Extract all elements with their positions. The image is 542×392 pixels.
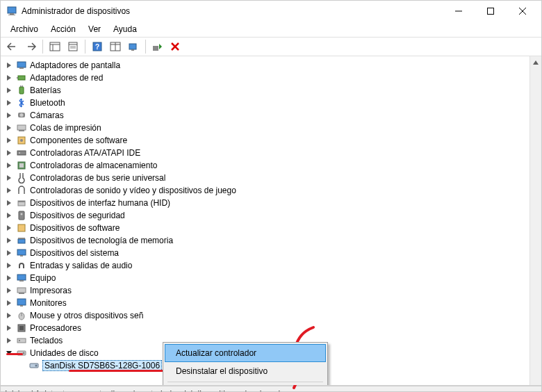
- close-button[interactable]: [507, 1, 539, 22]
- chevron-right-icon[interactable]: [5, 274, 13, 282]
- chevron-right-icon[interactable]: [5, 74, 13, 82]
- tree-category-label: Mouse y otros dispositivos señ: [30, 311, 143, 320]
- tree-category-label: Adaptadores de red: [30, 73, 103, 83]
- chevron-right-icon[interactable]: [5, 324, 13, 332]
- ctx-update-driver[interactable]: Actualizar controlador: [165, 344, 326, 362]
- tree-category[interactable]: Dispositivos de seguridad: [16, 209, 541, 222]
- chevron-right-icon[interactable]: [5, 99, 13, 107]
- maximize-button[interactable]: [475, 1, 507, 22]
- svg-rect-63: [19, 326, 24, 330]
- properties-button[interactable]: [65, 39, 81, 54]
- minimize-button[interactable]: [443, 1, 475, 22]
- chevron-right-icon[interactable]: [5, 161, 13, 170]
- chevron-right-icon[interactable]: [5, 249, 13, 257]
- show-hide-console-button[interactable]: [47, 39, 63, 54]
- tree-category[interactable]: Dispositivos de interfaz humana (HID): [16, 197, 541, 209]
- svg-rect-37: [17, 151, 26, 155]
- svg-rect-57: [19, 293, 24, 294]
- tree-category[interactable]: Colas de impresión: [16, 122, 541, 134]
- menubar: Archivo Acción Ver Ayuda: [1, 22, 541, 37]
- chevron-right-icon[interactable]: [5, 236, 13, 245]
- chevron-right-icon[interactable]: [5, 336, 13, 345]
- scan-hardware-button[interactable]: [126, 39, 141, 54]
- chevron-right-icon[interactable]: [5, 111, 13, 120]
- tree-category[interactable]: Dispositivos del sistema: [16, 247, 541, 259]
- svg-rect-21: [153, 46, 158, 51]
- chevron-right-icon[interactable]: [5, 211, 13, 220]
- tree-category-label: Teclados: [30, 336, 63, 345]
- details-button[interactable]: [108, 39, 123, 54]
- tree-category[interactable]: Dispositivos de software: [16, 222, 541, 234]
- chevron-right-icon[interactable]: [5, 61, 13, 70]
- tree-category[interactable]: Dispositivos de tecnología de memoria: [16, 234, 541, 247]
- tree-category[interactable]: Cámaras: [16, 109, 541, 122]
- tree-category-label: Procesadores: [30, 323, 81, 333]
- help-button[interactable]: ?: [90, 39, 105, 54]
- tree-category-label: Dispositivos de seguridad: [30, 211, 125, 220]
- tree-category[interactable]: Monitores: [16, 297, 541, 309]
- ctx-uninstall-device[interactable]: Desinstalar el dispositivo: [165, 362, 326, 380]
- chevron-right-icon[interactable]: [5, 311, 13, 320]
- svg-rect-42: [22, 173, 24, 175]
- svg-rect-26: [18, 76, 25, 80]
- category-icon: [16, 197, 27, 209]
- chevron-right-icon[interactable]: [5, 136, 13, 145]
- svg-rect-49: [18, 224, 25, 231]
- chevron-right-icon[interactable]: [5, 174, 13, 182]
- tree-category[interactable]: Controladoras de sonido y vídeo y dispos…: [16, 184, 541, 197]
- tree-category[interactable]: Adaptadores de pantalla: [16, 59, 541, 72]
- chevron-right-icon[interactable]: [5, 299, 13, 307]
- tree-category-label: Controladoras de sonido y vídeo y dispos…: [30, 186, 236, 195]
- svg-rect-27: [17, 77, 18, 79]
- chevron-right-icon[interactable]: [5, 186, 13, 195]
- back-button[interactable]: [5, 39, 20, 54]
- chevron-right-icon[interactable]: [5, 86, 13, 95]
- category-icon: [16, 185, 27, 196]
- chevron-right-icon[interactable]: [5, 261, 13, 270]
- tree-category[interactable]: Entradas y salidas de audio: [16, 259, 541, 272]
- ctx-separator: [167, 382, 323, 382]
- chevron-right-icon[interactable]: [5, 286, 13, 295]
- forward-button[interactable]: [23, 39, 38, 54]
- svg-point-36: [20, 139, 23, 142]
- svg-rect-46: [18, 201, 25, 202]
- category-icon: [16, 135, 27, 146]
- tree-category[interactable]: Impresoras: [16, 284, 541, 297]
- scroll-up-icon[interactable]: [530, 56, 541, 68]
- chevron-right-icon[interactable]: [5, 124, 13, 132]
- chevron-right-icon[interactable]: [5, 199, 13, 207]
- window-controls: [443, 1, 539, 22]
- menu-file[interactable]: Archivo: [5, 23, 44, 35]
- svg-rect-56: [17, 288, 26, 293]
- tree-category[interactable]: Bluetooth: [16, 97, 541, 109]
- statusbar: Inicia el Asistente para actualizar el c…: [1, 386, 541, 392]
- category-icon: [16, 322, 27, 334]
- toolbar: ?: [1, 37, 541, 56]
- vertical-scrollbar[interactable]: [529, 56, 541, 385]
- update-driver-button[interactable]: [150, 39, 165, 54]
- tree-category[interactable]: Adaptadores de red: [16, 72, 541, 84]
- category-icon: [16, 97, 27, 108]
- menu-help[interactable]: Ayuda: [108, 23, 142, 35]
- svg-rect-47: [19, 211, 24, 220]
- menu-view[interactable]: Ver: [83, 23, 106, 35]
- tree-category[interactable]: Componentes de software: [16, 134, 541, 147]
- tree-category-label: Entradas y salidas de audio: [30, 261, 132, 270]
- tree-category[interactable]: Controladoras ATA/ATAPI IDE: [16, 147, 541, 159]
- tree-category[interactable]: Equipo: [16, 272, 541, 284]
- svg-rect-25: [19, 67, 24, 69]
- chevron-right-icon[interactable]: [5, 224, 13, 232]
- category-icon: [16, 72, 27, 83]
- tree-category[interactable]: Mouse y otros dispositivos señ: [16, 309, 541, 322]
- tree-category[interactable]: Procesadores: [16, 322, 541, 334]
- device-tree[interactable]: Adaptadores de pantallaAdaptadores de re…: [1, 56, 541, 375]
- uninstall-button[interactable]: [168, 39, 183, 54]
- menu-action[interactable]: Acción: [45, 23, 81, 35]
- tree-category[interactable]: Controladoras de almacenamiento: [16, 159, 541, 172]
- chevron-right-icon[interactable]: [5, 149, 13, 157]
- tree-category-label: Colas de impresión: [30, 123, 101, 133]
- tree-category[interactable]: Controladoras de bus serie universal: [16, 172, 541, 184]
- svg-rect-55: [19, 280, 24, 281]
- tree-category[interactable]: Baterías: [16, 84, 541, 97]
- svg-rect-19: [129, 44, 136, 49]
